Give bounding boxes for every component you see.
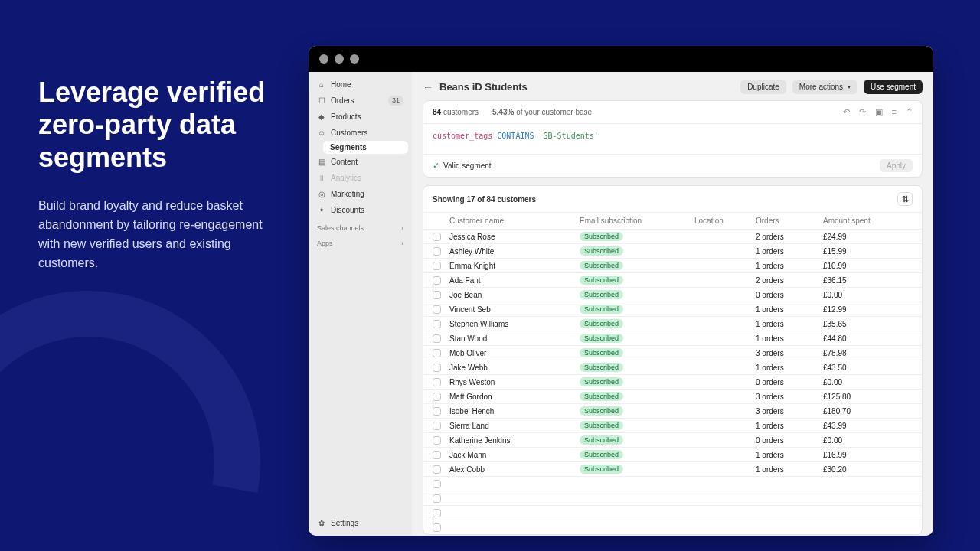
- row-checkbox[interactable]: [433, 378, 441, 386]
- table-row[interactable]: Ashley WhiteSubscribed1 orders£15.99: [423, 243, 922, 258]
- nav-home[interactable]: ⌂Home: [312, 77, 408, 93]
- template-icon[interactable]: ▣: [875, 107, 883, 117]
- cell-amount: £180.70: [823, 407, 907, 416]
- nav-marketing[interactable]: ◎Marketing: [312, 186, 408, 202]
- row-checkbox[interactable]: [433, 291, 441, 299]
- row-checkbox[interactable]: [433, 334, 441, 343]
- nav-products[interactable]: ◆Products: [312, 109, 408, 125]
- table-row[interactable]: Jack MannSubscribed1 orders£16.99: [423, 447, 922, 461]
- cell-orders: 1 orders: [756, 247, 823, 256]
- row-checkbox[interactable]: [433, 480, 441, 488]
- cell-orders: 2 orders: [756, 276, 823, 285]
- table-row[interactable]: Katherine JenkinsSubscribed0 orders£0.00: [423, 432, 922, 447]
- undo-icon[interactable]: ↶: [843, 107, 850, 117]
- row-checkbox[interactable]: [433, 262, 441, 270]
- analytics-icon: ⫴: [317, 172, 326, 184]
- gear-icon: ✿: [317, 517, 326, 529]
- col-name[interactable]: Customer name: [449, 217, 580, 225]
- row-checkbox[interactable]: [433, 407, 441, 416]
- nav-sales-channels[interactable]: Sales channels›: [312, 218, 408, 233]
- check-icon: ✓: [433, 161, 439, 171]
- back-arrow-icon[interactable]: ←: [423, 81, 433, 93]
- table-row[interactable]: Alex CobbSubscribed1 orders£30.20: [423, 461, 922, 476]
- table-row[interactable]: Isobel HenchSubscribed3 orders£180.70: [423, 403, 922, 418]
- nav-segments[interactable]: Segments: [323, 141, 408, 154]
- table-row[interactable]: Rhys WestonSubscribed0 orders£0.00: [423, 374, 922, 389]
- query-editor[interactable]: customer_tags CONTAINS 'SB-Students': [423, 124, 922, 154]
- row-checkbox[interactable]: [433, 305, 441, 314]
- traffic-light-close[interactable]: [319, 54, 328, 64]
- cell-orders: 0 orders: [756, 291, 823, 299]
- chevron-right-icon: ›: [401, 240, 403, 247]
- table-row[interactable]: Mob OliverSubscribed3 orders£78.98: [423, 345, 922, 360]
- nav-analytics-label: Analytics: [331, 172, 361, 184]
- marketing-copy: Leverage verified zero-party data segmen…: [38, 77, 276, 273]
- subscribed-badge: Subscribed: [580, 465, 623, 474]
- col-amount[interactable]: Amount spent: [823, 217, 907, 225]
- cell-orders: 3 orders: [756, 349, 823, 357]
- table-row[interactable]: Vincent SebSubscribed1 orders£12.99: [423, 302, 922, 316]
- subscribed-badge: Subscribed: [580, 261, 623, 270]
- nav-settings[interactable]: ✿Settings: [312, 515, 408, 531]
- table-row[interactable]: Emma KnightSubscribed1 orders£10.99: [423, 258, 922, 272]
- row-checkbox[interactable]: [433, 276, 441, 285]
- chevron-up-icon[interactable]: ⌃: [906, 107, 913, 117]
- row-checkbox[interactable]: [433, 494, 441, 503]
- nav-apps[interactable]: Apps›: [312, 233, 408, 249]
- query-summary: 84 customers 5.43% of your customer base…: [423, 101, 922, 124]
- row-checkbox[interactable]: [433, 320, 441, 328]
- nav-orders[interactable]: ☐Orders31: [312, 93, 408, 109]
- table-showing-label: Showing 17 of 84 customers: [433, 195, 536, 204]
- table-row[interactable]: Ada FantSubscribed2 orders£36.15: [423, 272, 922, 287]
- nav-discounts[interactable]: ✦Discounts: [312, 202, 408, 218]
- table-row[interactable]: Jake WebbSubscribed1 orders£43.50: [423, 360, 922, 374]
- row-checkbox[interactable]: [433, 247, 441, 256]
- tag-icon: ◆: [317, 111, 326, 122]
- table-row[interactable]: Matt GordonSubscribed3 orders£125.80: [423, 389, 922, 403]
- row-checkbox[interactable]: [433, 465, 441, 474]
- filter-icon[interactable]: ≡: [892, 107, 897, 117]
- row-checkbox[interactable]: [433, 436, 441, 445]
- nav-customers-label: Customers: [331, 127, 368, 139]
- table-row[interactable]: Sierra LandSubscribed1 orders£43.99: [423, 418, 922, 432]
- table-row[interactable]: Joe BeanSubscribed0 orders£0.00: [423, 287, 922, 302]
- nav-home-label: Home: [331, 79, 351, 90]
- cell-amount: £0.00: [823, 291, 907, 299]
- row-checkbox[interactable]: [433, 393, 441, 401]
- nav-products-label: Products: [331, 111, 361, 122]
- col-email[interactable]: Email subscription: [580, 217, 694, 225]
- traffic-light-zoom[interactable]: [350, 54, 359, 64]
- table-row[interactable]: Jessica RoseSubscribed2 orders£24.99: [423, 229, 922, 243]
- nav-customers[interactable]: ☺Customers: [312, 125, 408, 141]
- row-checkbox[interactable]: [433, 451, 441, 459]
- row-checkbox[interactable]: [433, 523, 441, 532]
- nav-analytics[interactable]: ⫴Analytics: [312, 170, 408, 186]
- more-actions-button[interactable]: More actions: [792, 80, 858, 94]
- table-row[interactable]: Stan WoodSubscribed1 orders£44.80: [423, 331, 922, 345]
- cell-name: Emma Knight: [449, 262, 580, 270]
- col-location[interactable]: Location: [694, 217, 756, 225]
- cell-name: Matt Gordon: [449, 393, 580, 401]
- col-orders[interactable]: Orders: [756, 217, 823, 225]
- row-checkbox[interactable]: [433, 509, 441, 517]
- subscribed-badge: Subscribed: [580, 334, 623, 343]
- nav-content[interactable]: ▤Content: [312, 154, 408, 170]
- table-header-row: Customer name Email subscription Locatio…: [423, 212, 922, 229]
- row-checkbox[interactable]: [433, 364, 441, 372]
- cell-amount: £36.15: [823, 276, 907, 285]
- duplicate-button[interactable]: Duplicate: [740, 80, 786, 94]
- subscribed-badge: Subscribed: [580, 348, 623, 357]
- table-row[interactable]: Stephen WilliamsSubscribed1 orders£35.65: [423, 316, 922, 331]
- use-segment-button[interactable]: Use segment: [864, 80, 923, 94]
- row-checkbox[interactable]: [433, 233, 441, 241]
- redo-icon[interactable]: ↷: [859, 107, 866, 117]
- row-checkbox[interactable]: [433, 422, 441, 430]
- cell-email: Subscribed: [580, 276, 694, 285]
- cell-orders: 0 orders: [756, 436, 823, 445]
- row-checkbox[interactable]: [433, 349, 441, 357]
- traffic-light-minimize[interactable]: [335, 54, 344, 64]
- customers-table: Showing 17 of 84 customers ⇅ Customer na…: [423, 185, 923, 535]
- sort-icon[interactable]: ⇅: [897, 192, 913, 206]
- apply-button[interactable]: Apply: [880, 159, 913, 172]
- cell-orders: 1 orders: [756, 320, 823, 328]
